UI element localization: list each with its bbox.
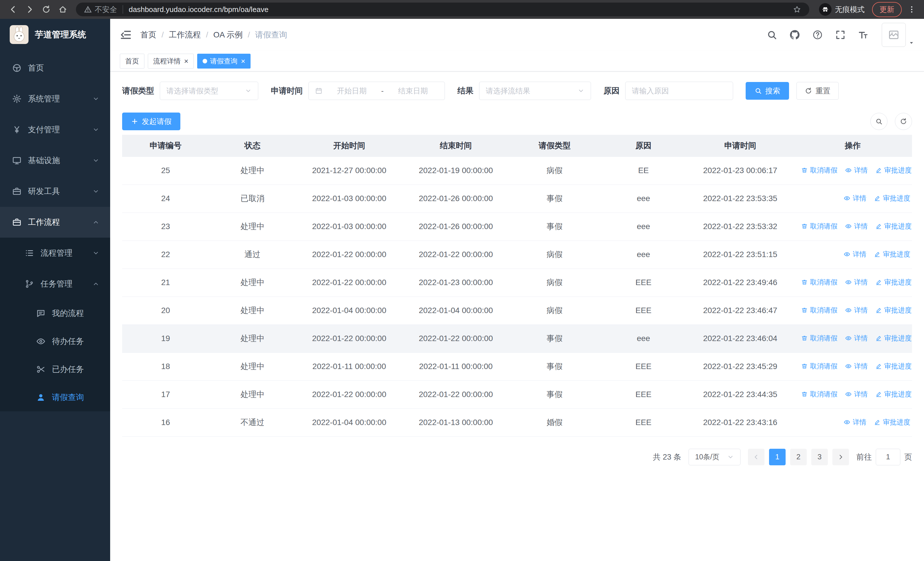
cell-reason: EEE bbox=[600, 381, 687, 409]
action-detail-link[interactable]: 详情 bbox=[843, 250, 866, 259]
reset-button[interactable]: 重置 bbox=[796, 82, 838, 100]
tab-process-detail[interactable]: 流程详情 × bbox=[148, 54, 194, 69]
breadcrumb-item: 请假查询 bbox=[255, 29, 287, 40]
page-button-2[interactable]: 2 bbox=[790, 449, 807, 465]
fullscreen-button[interactable] bbox=[835, 29, 846, 40]
tab-home[interactable]: 首页 bbox=[120, 54, 144, 69]
reason-input[interactable] bbox=[632, 87, 726, 95]
tab-close-icon[interactable]: × bbox=[241, 57, 245, 65]
incognito-indicator: 无痕模式 bbox=[819, 3, 865, 16]
bookmark-star-button[interactable] bbox=[793, 5, 801, 14]
sidebar-item-todo-tasks[interactable]: 待办任务 bbox=[0, 327, 110, 355]
eye-icon bbox=[843, 419, 850, 426]
leave-type-placeholder: 请选择请假类型 bbox=[166, 86, 218, 96]
cell-leave-type: 病假 bbox=[509, 241, 600, 269]
cell-end-time: 2022-01-04 00:00:00 bbox=[403, 296, 509, 325]
action-progress-link[interactable]: 审批进度 bbox=[875, 362, 912, 371]
action-detail-link[interactable]: 详情 bbox=[845, 222, 868, 231]
browser-arrow-right-button[interactable] bbox=[22, 2, 37, 17]
search-button[interactable] bbox=[766, 29, 777, 40]
search-button[interactable]: 搜索 bbox=[746, 82, 789, 100]
create-leave-button[interactable]: 发起请假 bbox=[122, 113, 180, 130]
cell-apply-time: 2022-01-22 23:53:32 bbox=[687, 212, 794, 241]
sidebar-item-payment[interactable]: 支付管理 bbox=[0, 114, 110, 145]
font-size-button[interactable] bbox=[858, 29, 868, 40]
action-cancel-link[interactable]: 取消请假 bbox=[801, 390, 837, 399]
action-progress-link[interactable]: 审批进度 bbox=[874, 418, 910, 427]
sidebar-item-task-mgmt[interactable]: 任务管理 bbox=[0, 269, 110, 299]
edit-icon bbox=[874, 251, 880, 258]
breadcrumb-item[interactable]: 首页 bbox=[140, 29, 156, 40]
sidebar-item-leave-query[interactable]: 请假查询 bbox=[0, 384, 110, 411]
page-size-select[interactable]: 10条/页 bbox=[688, 449, 741, 465]
apply-time-range-picker[interactable]: 开始日期 - 结束日期 bbox=[309, 82, 445, 100]
action-cancel-link[interactable]: 取消请假 bbox=[801, 362, 837, 371]
refresh-icon bbox=[42, 5, 51, 14]
action-detail-link[interactable]: 详情 bbox=[845, 305, 868, 315]
result-select[interactable]: 请选择流结果 bbox=[479, 82, 591, 100]
action-cancel-link[interactable]: 取消请假 bbox=[801, 278, 837, 287]
breadcrumb-item[interactable]: OA 示例 bbox=[213, 29, 243, 40]
sidebar-item-process-mgmt[interactable]: 流程管理 bbox=[0, 238, 110, 269]
cell-actions: 取消请假详情审批进度 bbox=[794, 269, 912, 296]
action-progress-link[interactable]: 审批进度 bbox=[875, 305, 912, 315]
sidebar-item-done-tasks[interactable]: 已办任务 bbox=[0, 355, 110, 384]
breadcrumb-item[interactable]: 工作流程 bbox=[169, 29, 201, 40]
action-progress-link[interactable]: 审批进度 bbox=[874, 194, 910, 203]
cell-id: 19 bbox=[122, 325, 209, 352]
action-cancel-link[interactable]: 取消请假 bbox=[801, 222, 837, 231]
goto-page-input[interactable] bbox=[876, 449, 900, 465]
next-page-button[interactable] bbox=[832, 449, 849, 465]
avatar[interactable] bbox=[882, 23, 906, 47]
action-progress-link[interactable]: 审批进度 bbox=[875, 334, 912, 343]
caret-down-icon[interactable] bbox=[909, 40, 914, 47]
eye-icon bbox=[845, 167, 852, 174]
action-detail-link[interactable]: 详情 bbox=[845, 334, 868, 343]
action-cancel-link[interactable]: 取消请假 bbox=[801, 305, 837, 315]
action-detail-link[interactable]: 详情 bbox=[845, 278, 868, 287]
action-progress-link[interactable]: 审批进度 bbox=[875, 165, 912, 175]
leave-type-select[interactable]: 请选择请假类型 bbox=[160, 82, 258, 100]
prev-page-button[interactable] bbox=[748, 449, 765, 465]
sidebar-fold-button[interactable] bbox=[120, 29, 132, 41]
cell-actions: 取消请假详情审批进度 bbox=[794, 352, 912, 381]
question-button[interactable] bbox=[812, 29, 823, 40]
tab-leave-query[interactable]: 请假查询 × bbox=[197, 54, 250, 69]
sidebar-item-dev-tools[interactable]: 研发工具 bbox=[0, 176, 110, 207]
tab-close-icon[interactable]: × bbox=[184, 57, 188, 65]
action-cancel-link[interactable]: 取消请假 bbox=[801, 334, 837, 343]
page-button-3[interactable]: 3 bbox=[811, 449, 828, 465]
action-progress-link[interactable]: 审批进度 bbox=[875, 222, 912, 231]
sidebar-item-label: 任务管理 bbox=[40, 278, 72, 289]
browser-home-button[interactable] bbox=[56, 2, 70, 17]
browser-arrow-left-button[interactable] bbox=[6, 2, 21, 17]
action-progress-link[interactable]: 审批进度 bbox=[875, 390, 912, 399]
plus-icon bbox=[131, 118, 138, 125]
sidebar-item-workflow[interactable]: 工作流程 bbox=[0, 207, 110, 238]
browser-refresh-button[interactable] bbox=[39, 2, 54, 17]
table-tools bbox=[870, 113, 912, 130]
sidebar-item-home[interactable]: 首页 bbox=[0, 53, 110, 83]
trash-icon bbox=[801, 279, 808, 286]
page-unit-label: 页 bbox=[904, 452, 912, 462]
sidebar-item-infrastructure[interactable]: 基础设施 bbox=[0, 145, 110, 176]
action-detail-link[interactable]: 详情 bbox=[845, 390, 868, 399]
action-cancel-link[interactable]: 取消请假 bbox=[801, 165, 837, 175]
table-tool-search-button[interactable] bbox=[870, 113, 888, 130]
address-bar[interactable]: 不安全 dashboard.yudao.iocoder.cn/bpm/oa/le… bbox=[76, 3, 809, 16]
action-progress-link[interactable]: 审批进度 bbox=[874, 250, 910, 259]
sidebar-item-my-process[interactable]: 我的流程 bbox=[0, 299, 110, 327]
sidebar-item-system[interactable]: 系统管理 bbox=[0, 83, 110, 114]
page-button-1[interactable]: 1 bbox=[769, 449, 786, 465]
action-detail-link[interactable]: 详情 bbox=[843, 418, 866, 427]
action-progress-link[interactable]: 审批进度 bbox=[875, 278, 912, 287]
browser-menu-button[interactable] bbox=[905, 5, 918, 14]
sidebar-item-label: 首页 bbox=[28, 63, 44, 74]
github-button[interactable] bbox=[789, 29, 800, 40]
action-detail-link[interactable]: 详情 bbox=[845, 362, 868, 371]
table-tool-refresh-button[interactable] bbox=[895, 113, 912, 130]
action-label: 详情 bbox=[854, 334, 868, 343]
action-detail-link[interactable]: 详情 bbox=[845, 165, 868, 175]
browser-update-button[interactable]: 更新 bbox=[872, 2, 902, 17]
action-detail-link[interactable]: 详情 bbox=[843, 194, 866, 203]
